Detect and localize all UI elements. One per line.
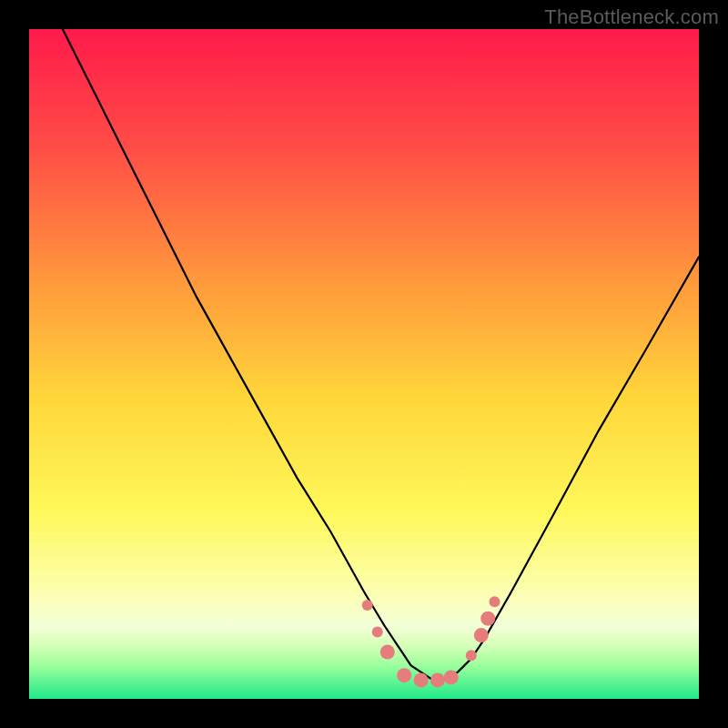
curve-marker [444,670,459,684]
curve-marker [372,626,383,637]
curve-marker [480,612,495,626]
curve-markers [362,596,500,687]
curve-marker [380,645,395,660]
curve-marker [430,672,445,687]
bottleneck-curve [29,29,699,699]
curve-marker [414,672,429,687]
curve-marker [397,668,411,682]
watermark-text: TheBottleneck.com [544,5,719,29]
curve-marker [474,628,489,642]
curve-marker [362,600,373,611]
curve-marker [490,596,500,607]
curve-path [63,29,699,679]
plot-frame [29,29,699,699]
curve-marker [466,650,477,661]
